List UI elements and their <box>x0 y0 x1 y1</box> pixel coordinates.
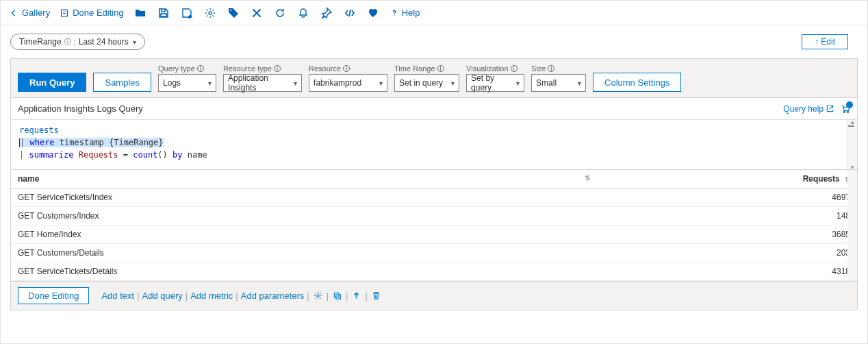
query-title-row: Application Insights Logs Query Query he… <box>11 98 857 119</box>
add-parameters-link[interactable]: Add parameters <box>241 291 305 301</box>
cell-requests: 4697 <box>775 188 857 207</box>
tag-icon[interactable] <box>227 6 240 20</box>
undo-icon[interactable] <box>250 6 264 20</box>
resource-select[interactable]: fabrikamprod ▾ <box>309 74 387 92</box>
query-type-select[interactable]: Logs ▾ <box>158 74 216 92</box>
column-settings-button[interactable]: Column Settings <box>593 73 681 92</box>
info-icon: ⓘ <box>64 37 71 47</box>
info-icon: i <box>511 65 518 72</box>
parameter-row: TimeRange ⓘ : Last 24 hours ▾ ↑ Edit <box>1 25 867 58</box>
open-icon[interactable] <box>133 6 147 20</box>
sort-icon: ⇅ <box>585 174 590 182</box>
move-up-icon[interactable] <box>350 291 362 300</box>
back-arrow-icon <box>9 8 18 18</box>
clone-icon[interactable] <box>331 291 343 300</box>
alert-icon[interactable] <box>296 6 310 20</box>
query-step-panel: Run Query Samples Query type i Logs ▾ Re… <box>10 58 858 170</box>
settings-icon[interactable] <box>203 6 217 20</box>
column-header-name[interactable]: name ⇅ <box>11 170 775 188</box>
visualization-label: Visualization i <box>466 64 524 73</box>
chevron-down-icon: ▾ <box>294 79 297 87</box>
query-title: Application Insights Logs Query <box>18 103 143 114</box>
save-as-icon[interactable] <box>180 6 194 20</box>
results-table: name ⇅ Requests ⇅ GET ServiceTickets/Ind… <box>11 170 857 281</box>
info-icon: i <box>197 65 204 72</box>
chevron-down-icon: ▾ <box>451 79 455 87</box>
table-row[interactable]: GET Home/Index3685 <box>11 225 857 244</box>
table-row[interactable]: GET ServiceTickets/Details4318 <box>11 262 857 281</box>
gear-icon[interactable] <box>312 291 324 300</box>
resource-type-select[interactable]: Application Insights ▾ <box>223 74 302 92</box>
save-icon[interactable] <box>157 6 170 20</box>
svg-point-2 <box>209 12 212 14</box>
info-icon: i <box>548 65 554 72</box>
resource-label: Resource i <box>309 64 387 73</box>
gallery-label: Gallery <box>22 8 50 18</box>
samples-button[interactable]: Samples <box>93 73 151 92</box>
editor-scrollbar[interactable]: ▴ ▾ <box>847 120 857 169</box>
chevron-down-icon: ▾ <box>379 79 383 87</box>
workbook-toolbar: Gallery Done Editing H <box>1 1 867 25</box>
cell-name: GET Customers/Index <box>11 207 775 225</box>
timerange-parameter-pill[interactable]: TimeRange ⓘ : Last 24 hours ▾ <box>10 34 145 50</box>
cell-requests: 148 <box>775 207 857 225</box>
time-range-select[interactable]: Set in query ▾ <box>394 74 459 92</box>
svg-rect-1 <box>161 14 166 16</box>
heart-icon[interactable] <box>366 6 380 20</box>
query-type-label: Query type i <box>158 64 216 73</box>
table-row[interactable]: GET Customers/Details203 <box>11 244 857 262</box>
cell-requests: 3685 <box>775 225 857 244</box>
svg-rect-7 <box>334 293 339 297</box>
done-editing-bottom[interactable]: Done Editing <box>18 287 89 304</box>
external-link-icon <box>826 105 834 112</box>
scroll-up-icon: ▴ <box>848 119 857 125</box>
table-row[interactable]: GET Customers/Index148 <box>11 207 857 225</box>
query-editor[interactable]: requests | where timestamp {TimeRange} |… <box>11 120 857 169</box>
cell-name: GET Customers/Details <box>11 244 775 262</box>
svg-point-3 <box>230 10 231 11</box>
query-help-link[interactable]: Query help <box>783 104 834 114</box>
chevron-down-icon: ▾ <box>578 79 581 87</box>
column-header-requests[interactable]: Requests ⇅ <box>775 170 857 188</box>
table-scrollbar[interactable] <box>847 170 857 281</box>
edit-button[interactable]: ↑ Edit <box>802 34 848 49</box>
time-range-label: Time Range i <box>394 64 459 73</box>
help-link[interactable]: Help <box>390 8 420 18</box>
size-label: Size i <box>531 64 586 73</box>
pin-icon[interactable] <box>320 6 333 20</box>
table-row[interactable]: GET ServiceTickets/Index4697 <box>11 188 857 207</box>
svg-point-4 <box>843 111 845 112</box>
delete-icon[interactable] <box>370 291 382 300</box>
gallery-link[interactable]: Gallery <box>9 8 50 18</box>
code-icon[interactable] <box>343 6 357 20</box>
svg-rect-8 <box>336 295 341 299</box>
info-icon: i <box>274 65 281 72</box>
timerange-pill-value: Last 24 hours <box>79 37 129 47</box>
help-label: Help <box>402 8 420 18</box>
chevron-down-icon: ▾ <box>133 38 136 46</box>
chevron-down-icon: ▾ <box>208 79 212 87</box>
query-controls-bar: Run Query Samples Query type i Logs ▾ Re… <box>11 59 857 98</box>
run-query-button[interactable]: Run Query <box>18 73 86 92</box>
cell-requests: 4318 <box>775 262 857 281</box>
resource-type-label: Resource type i <box>223 64 302 73</box>
timerange-pill-label: TimeRange <box>19 37 62 47</box>
add-text-link[interactable]: Add text <box>101 291 134 301</box>
visualization-select[interactable]: Set by query ▾ <box>466 74 524 92</box>
help-icon <box>390 8 399 18</box>
done-editing-top[interactable]: Done Editing <box>60 8 123 18</box>
svg-rect-0 <box>62 9 68 16</box>
done-editing-top-label: Done Editing <box>73 8 123 18</box>
add-metric-link[interactable]: Add metric <box>190 291 233 301</box>
info-icon: i <box>437 65 444 72</box>
refresh-icon[interactable] <box>273 6 287 20</box>
size-select[interactable]: Small ▾ <box>531 74 586 92</box>
cell-name: GET ServiceTickets/Details <box>11 262 775 281</box>
done-editing-icon <box>60 8 69 18</box>
cell-requests: 203 <box>775 244 857 262</box>
info-icon: i <box>343 65 350 72</box>
cell-name: GET Home/Index <box>11 225 775 244</box>
add-query-link[interactable]: Add query <box>142 291 183 301</box>
cart-icon[interactable] <box>841 104 850 114</box>
chevron-down-icon: ▾ <box>516 79 520 87</box>
